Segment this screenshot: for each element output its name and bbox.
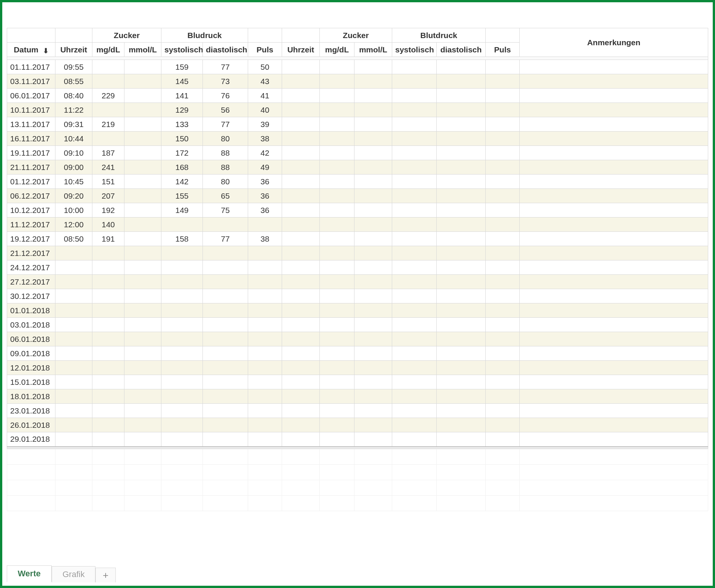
table-row[interactable]: 12.01.2018 bbox=[7, 361, 708, 375]
cell-puls[interactable] bbox=[248, 389, 282, 404]
cell-sys2[interactable] bbox=[392, 332, 437, 346]
cell-datum[interactable]: 16.11.2017 bbox=[7, 132, 55, 146]
cell-puls[interactable]: 40 bbox=[248, 103, 282, 117]
cell-mmoll2[interactable] bbox=[354, 404, 392, 418]
cell-dia[interactable]: 77 bbox=[203, 60, 248, 74]
cell-mgdl2[interactable] bbox=[320, 203, 354, 217]
cell-mgdl2[interactable] bbox=[320, 275, 354, 289]
cell-sys2[interactable] bbox=[392, 303, 437, 318]
cell-datum[interactable]: 30.12.2017 bbox=[7, 289, 55, 303]
cell-anm[interactable] bbox=[520, 189, 708, 203]
cell-puls2[interactable] bbox=[486, 175, 520, 189]
cell-puls2[interactable] bbox=[486, 203, 520, 217]
cell-sys[interactable] bbox=[161, 289, 203, 303]
cell-mmoll2[interactable] bbox=[354, 318, 392, 332]
cell-mmoll[interactable] bbox=[124, 361, 161, 375]
cell-anm[interactable] bbox=[520, 160, 708, 175]
cell-uhrzeit[interactable]: 08:40 bbox=[55, 89, 92, 103]
cell-dia[interactable] bbox=[203, 346, 248, 361]
cell-sys[interactable] bbox=[161, 346, 203, 361]
cell-puls2[interactable] bbox=[486, 117, 520, 132]
cell-puls2[interactable] bbox=[486, 389, 520, 404]
cell-uhrzeit[interactable] bbox=[55, 289, 92, 303]
table-row[interactable]: 26.01.2018 bbox=[7, 418, 708, 432]
cell-sys[interactable] bbox=[161, 217, 203, 232]
cell-datum[interactable]: 10.11.2017 bbox=[7, 103, 55, 117]
cell-mmoll2[interactable] bbox=[354, 375, 392, 389]
cell-puls2[interactable] bbox=[486, 189, 520, 203]
cell-mgdl[interactable] bbox=[92, 375, 124, 389]
cell-mmoll[interactable] bbox=[124, 275, 161, 289]
cell-datum[interactable]: 11.12.2017 bbox=[7, 217, 55, 232]
cell-mmoll[interactable] bbox=[124, 203, 161, 217]
cell-mgdl[interactable] bbox=[92, 260, 124, 275]
cell-mgdl[interactable] bbox=[92, 74, 124, 89]
cell-puls2[interactable] bbox=[486, 361, 520, 375]
cell-puls2[interactable] bbox=[486, 89, 520, 103]
cell-mgdl2[interactable] bbox=[320, 404, 354, 418]
cell-uhrzeit2[interactable] bbox=[282, 160, 320, 175]
cell-uhrzeit[interactable] bbox=[55, 332, 92, 346]
table-row[interactable]: 10.12.201710:001921497536 bbox=[7, 203, 708, 217]
cell-datum[interactable]: 03.01.2018 bbox=[7, 318, 55, 332]
cell-datum[interactable]: 26.01.2018 bbox=[7, 418, 55, 432]
cell-puls2[interactable] bbox=[486, 404, 520, 418]
cell-mmoll[interactable] bbox=[124, 232, 161, 246]
cell-sys[interactable]: 172 bbox=[161, 146, 203, 160]
cell-mgdl2[interactable] bbox=[320, 289, 354, 303]
cell-puls2[interactable] bbox=[486, 346, 520, 361]
cell-sys2[interactable] bbox=[392, 418, 437, 432]
cell-puls2[interactable] bbox=[486, 160, 520, 175]
cell-dia[interactable]: 80 bbox=[203, 132, 248, 146]
cell-datum[interactable]: 21.12.2017 bbox=[7, 246, 55, 260]
cell-mgdl[interactable]: 229 bbox=[92, 89, 124, 103]
cell-dia2[interactable] bbox=[437, 60, 486, 74]
cell-sys2[interactable] bbox=[392, 203, 437, 217]
cell-datum[interactable]: 15.01.2018 bbox=[7, 375, 55, 389]
cell-mgdl[interactable] bbox=[92, 289, 124, 303]
cell-anm[interactable] bbox=[520, 418, 708, 432]
tab-werte[interactable]: Werte bbox=[7, 565, 52, 582]
cell-dia[interactable]: 77 bbox=[203, 232, 248, 246]
table-row[interactable]: 18.01.2018 bbox=[7, 389, 708, 404]
cell-dia2[interactable] bbox=[437, 361, 486, 375]
cell-dia[interactable]: 76 bbox=[203, 89, 248, 103]
cell-uhrzeit[interactable]: 09:10 bbox=[55, 146, 92, 160]
cell-mgdl2[interactable] bbox=[320, 175, 354, 189]
cell-dia[interactable] bbox=[203, 318, 248, 332]
cell-sys[interactable]: 129 bbox=[161, 103, 203, 117]
cell-mmoll[interactable] bbox=[124, 132, 161, 146]
cell-dia2[interactable] bbox=[437, 74, 486, 89]
cell-dia[interactable] bbox=[203, 418, 248, 432]
table-row[interactable]: 01.01.2018 bbox=[7, 303, 708, 318]
cell-dia[interactable] bbox=[203, 246, 248, 260]
cell-uhrzeit2[interactable] bbox=[282, 217, 320, 232]
cell-puls[interactable] bbox=[248, 346, 282, 361]
cell-mmoll2[interactable] bbox=[354, 432, 392, 447]
cell-anm[interactable] bbox=[520, 346, 708, 361]
cell-sys2[interactable] bbox=[392, 117, 437, 132]
cell-sys[interactable]: 150 bbox=[161, 132, 203, 146]
cell-uhrzeit2[interactable] bbox=[282, 117, 320, 132]
cell-datum[interactable]: 03.11.2017 bbox=[7, 74, 55, 89]
table-row[interactable]: 21.11.201709:002411688849 bbox=[7, 160, 708, 175]
cell-uhrzeit[interactable] bbox=[55, 432, 92, 447]
cell-sys2[interactable] bbox=[392, 217, 437, 232]
cell-mgdl2[interactable] bbox=[320, 217, 354, 232]
cell-uhrzeit2[interactable] bbox=[282, 60, 320, 74]
cell-mgdl2[interactable] bbox=[320, 389, 354, 404]
cell-mgdl2[interactable] bbox=[320, 103, 354, 117]
cell-sys[interactable] bbox=[161, 375, 203, 389]
cell-sys2[interactable] bbox=[392, 132, 437, 146]
cell-puls2[interactable] bbox=[486, 275, 520, 289]
cell-uhrzeit[interactable]: 10:00 bbox=[55, 203, 92, 217]
cell-mgdl2[interactable] bbox=[320, 303, 354, 318]
cell-mgdl2[interactable] bbox=[320, 361, 354, 375]
cell-puls[interactable]: 36 bbox=[248, 189, 282, 203]
cell-sys2[interactable] bbox=[392, 189, 437, 203]
cell-mmoll2[interactable] bbox=[354, 232, 392, 246]
cell-sys[interactable]: 133 bbox=[161, 117, 203, 132]
cell-puls[interactable] bbox=[248, 246, 282, 260]
cell-anm[interactable] bbox=[520, 404, 708, 418]
cell-puls[interactable] bbox=[248, 332, 282, 346]
